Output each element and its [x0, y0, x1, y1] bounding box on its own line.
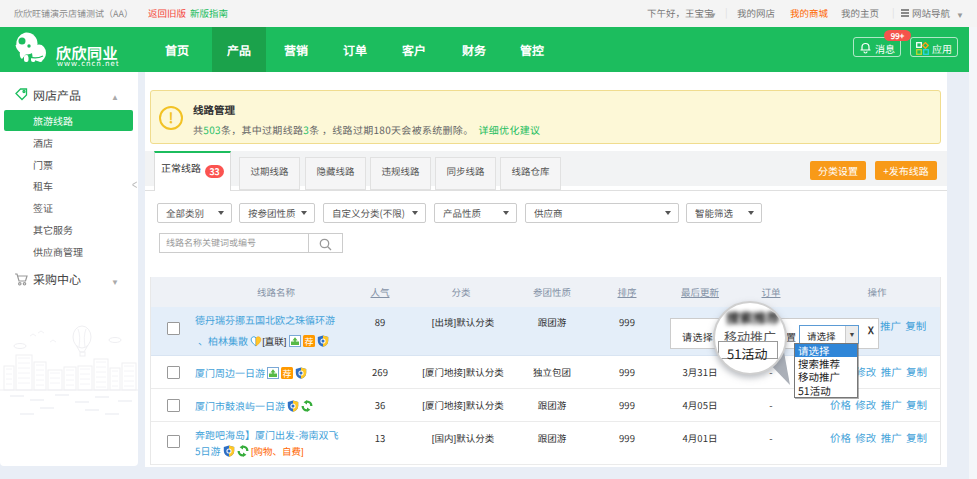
svg-text:荐: 荐 — [304, 335, 313, 347]
svg-text:荐: 荐 — [283, 367, 292, 379]
